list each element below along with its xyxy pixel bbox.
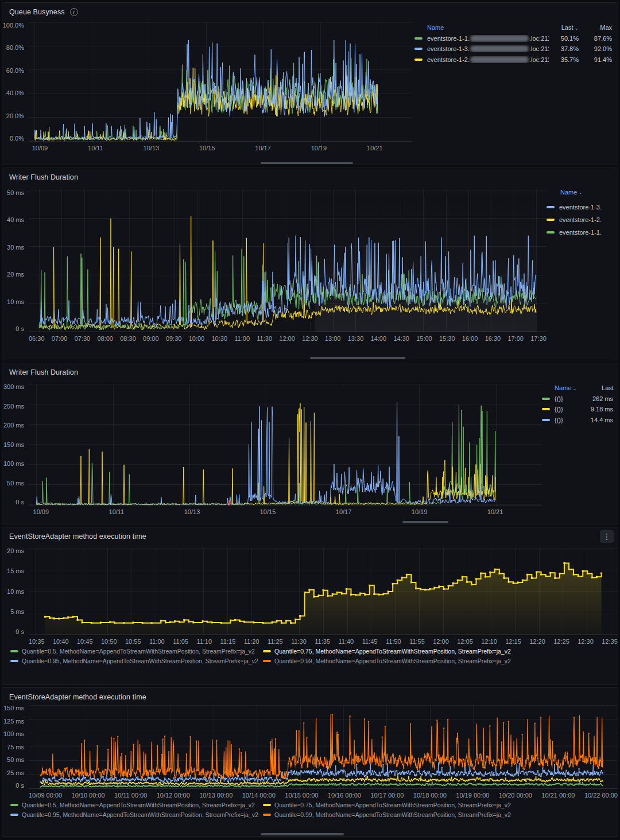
x-tick-label: 10/14 00:00 <box>242 792 276 799</box>
series-swatch <box>547 231 555 234</box>
panel-title: Queue Busyness <box>9 8 65 16</box>
y-axis: 150 ms125 ms100 ms75 ms50 ms25 ms0 s <box>2 705 29 789</box>
x-tick-label: 10/16 00:00 <box>328 792 361 799</box>
legend-col-name-sorted[interactable]: Name⌄ <box>555 384 577 391</box>
x-tick-label: 10/22 00:00 <box>584 792 618 799</box>
panel-eventstore-adapter-1: EventStoreAdapter method execution time … <box>2 527 618 685</box>
horizontal-scrollbar[interactable] <box>402 521 448 523</box>
x-axis: 10/0910/1110/1310/1510/1710/1910/21 <box>29 142 412 151</box>
legend-last-value: 262 ms <box>576 395 613 402</box>
x-tick-label: 17:30 <box>530 336 547 342</box>
dashboard: Queue Busyness i 100.0%80.0%60.0%40.0%20… <box>0 0 620 837</box>
legend-table: Name⌄ Last {()} 262 ms {()} 9.18 ms {()}… <box>542 377 618 515</box>
y-tick-label: 15 ms <box>7 568 24 574</box>
bottom-legend: Quantile=0.5, MethodName=AppendToStreamW… <box>2 645 618 664</box>
legend-item[interactable]: Quantile=0.75, MethodName=AppendToStream… <box>263 648 618 655</box>
execution-time-chart-2[interactable] <box>29 705 618 789</box>
x-tick-label: 16:00 <box>462 336 478 342</box>
x-tick-label: 10:55 <box>125 639 141 645</box>
y-tick-label: 40.0% <box>6 90 24 96</box>
y-axis: 300 ms250 ms200 ms150 ms100 ms50 ms0 s <box>2 384 29 505</box>
writer-flush-chart-2[interactable] <box>29 384 542 505</box>
legend-row[interactable]: eventstore-1-3..loc:2113 - Writer 37.8% … <box>414 44 612 55</box>
legend-col-name-sorted[interactable]: Name⌄ <box>560 189 618 196</box>
series-swatch <box>542 398 550 400</box>
x-tick-label: 11:15 <box>220 639 236 645</box>
legend-max-value: 92.0% <box>579 45 612 52</box>
legend-item[interactable]: Quantile=0.99, MethodName=AppendToStream… <box>263 658 618 665</box>
legend-row[interactable]: {()} 14.4 ms <box>542 415 613 426</box>
redacted-text <box>470 45 529 52</box>
y-tick-label: 50 ms <box>7 757 24 763</box>
x-axis: 10:3510:4010:4510:5010:5511:0011:0511:10… <box>29 635 618 645</box>
legend-item[interactable]: Quantile=0.75, MethodName=AppendToStream… <box>263 802 618 809</box>
legend-item[interactable]: Quantile=0.95, MethodName=AppendToStream… <box>10 811 258 819</box>
y-tick-label: 0 s <box>16 629 24 635</box>
y-axis: 50 ms40 ms30 ms20 ms10 ms0 s <box>2 190 29 332</box>
legend-last-value: 35.7% <box>549 56 579 63</box>
legend-col-last[interactable]: Last <box>577 384 614 391</box>
series-swatch <box>542 408 550 410</box>
panel-queue-busyness: Queue Busyness i 100.0%80.0%60.0%40.0%20… <box>2 2 618 165</box>
series-swatch <box>414 59 423 61</box>
execution-time-chart-1[interactable] <box>29 548 618 635</box>
x-tick-label: 10/21 <box>367 145 383 151</box>
y-tick-label: 50 ms <box>7 480 24 487</box>
queue-busyness-chart[interactable] <box>29 22 412 142</box>
panel-title: Writer Flush Duration <box>9 368 78 376</box>
horizontal-scrollbar[interactable] <box>261 833 344 835</box>
redacted-text <box>470 56 529 63</box>
series-swatch <box>10 814 18 816</box>
series-swatch <box>547 219 555 221</box>
y-tick-label: 150 ms <box>3 442 24 448</box>
x-tick-label: 10/15 <box>260 509 276 515</box>
x-tick-label: 10/19 <box>412 509 428 515</box>
panel-title: EventStoreAdapter method execution time <box>9 532 146 540</box>
bottom-legend: Quantile=0.5, MethodName=AppendToStreamW… <box>2 799 618 818</box>
legend-row[interactable]: eventstore-1-2..loc:2113 - Writer 35.7% … <box>414 55 612 65</box>
x-tick-label: 10/09 <box>32 145 48 151</box>
legend-item[interactable]: Quantile=0.95, MethodName=AppendToStream… <box>10 658 258 665</box>
legend-item[interactable]: Quantile=0.5, MethodName=AppendToStreamW… <box>10 802 258 809</box>
y-tick-label: 0 s <box>16 499 24 505</box>
legend-item[interactable]: eventstore-1-2. <box>547 213 618 226</box>
writer-flush-chart-1[interactable] <box>29 190 547 332</box>
horizontal-scrollbar[interactable] <box>310 357 405 359</box>
x-tick-label: 10:30 <box>212 336 228 342</box>
panel-header: Queue Busyness i <box>2 3 618 17</box>
horizontal-scrollbar[interactable] <box>261 162 353 164</box>
y-tick-label: 0.0% <box>10 135 24 142</box>
y-tick-label: 100 ms <box>3 731 24 737</box>
x-tick-label: 11:55 <box>409 639 425 645</box>
legend-col-max[interactable]: Max <box>579 24 612 31</box>
legend-item[interactable]: eventstore-1-1. <box>547 226 618 239</box>
y-tick-label: 50 ms <box>7 190 24 196</box>
x-tick-label: 12:10 <box>481 639 497 645</box>
x-tick-label: 11:00 <box>149 639 165 645</box>
legend-col-name[interactable]: Name <box>427 24 549 31</box>
x-tick-label: 10/13 00:00 <box>199 792 232 799</box>
y-tick-label: 20.0% <box>6 113 24 119</box>
legend-table: Name Last⌄ Max eventstore-1-1..loc:2113 … <box>412 17 618 151</box>
legend-row[interactable]: {()} 9.18 ms <box>542 404 613 415</box>
legend-row[interactable]: {()} 262 ms <box>542 394 613 405</box>
x-tick-label: 12:30 <box>578 639 594 645</box>
x-tick-label: 12:15 <box>505 639 521 645</box>
info-icon[interactable]: i <box>70 8 78 16</box>
x-axis: 10/0910/1110/1310/1510/1710/1910/21 <box>29 505 542 515</box>
legend-item[interactable]: Quantile=0.99, MethodName=AppendToStream… <box>263 811 618 819</box>
x-tick-label: 11:45 <box>362 639 378 645</box>
legend-item[interactable]: eventstore-1-3. <box>547 201 618 213</box>
x-tick-label: 10/09 <box>33 509 49 515</box>
legend-item[interactable]: Quantile=0.5, MethodName=AppendToStreamW… <box>10 648 258 655</box>
y-tick-label: 0 s <box>16 783 24 789</box>
y-tick-label: 20 ms <box>7 271 24 278</box>
x-tick-label: 10/21 00:00 <box>541 792 575 799</box>
panel-menu-button[interactable]: ⋮ <box>600 530 614 543</box>
x-tick-label: 12:25 <box>553 639 569 645</box>
legend-row[interactable]: eventstore-1-1..loc:2113 - Writer 50.1% … <box>414 33 612 44</box>
panel-title: EventStoreAdapter method execution time <box>9 693 146 701</box>
y-axis: 100.0%80.0%60.0%40.0%20.0%0.0% <box>2 22 29 142</box>
x-tick-label: 12:00 <box>279 336 295 342</box>
legend-col-last-sorted[interactable]: Last⌄ <box>549 24 579 31</box>
